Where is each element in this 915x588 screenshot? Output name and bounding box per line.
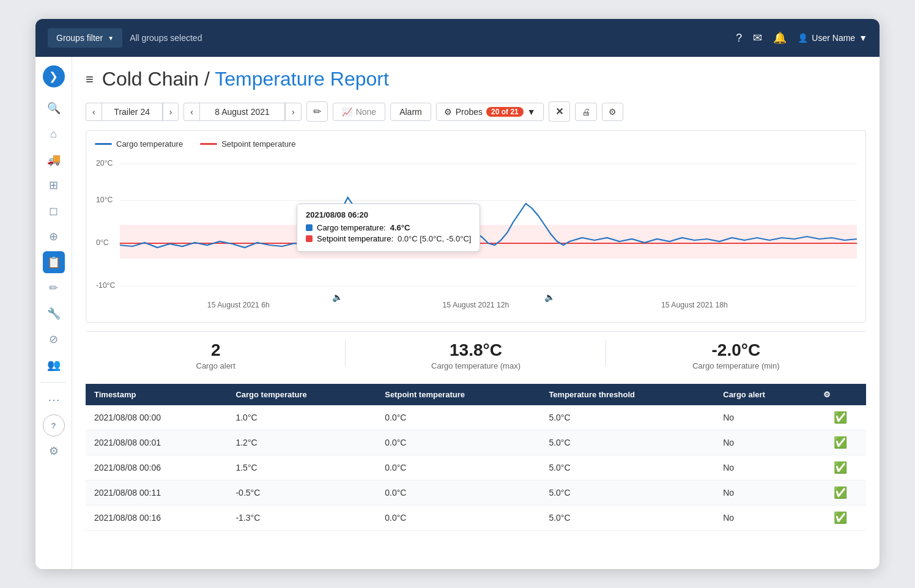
- svg-text:20°C: 20°C: [96, 159, 113, 167]
- cell-alert: No: [714, 505, 814, 531]
- chart-icon: 📈: [342, 107, 352, 117]
- settings-button[interactable]: ⚙: [602, 103, 623, 121]
- cell-check: ✅: [815, 455, 867, 480]
- probes-button[interactable]: ⚙ Probes 20 of 21 ▼: [436, 103, 544, 121]
- sidebar-item-report[interactable]: 📋: [43, 251, 65, 273]
- cell-setpoint: 0.0°C: [376, 480, 540, 505]
- svg-rect-11: [120, 225, 857, 259]
- sidebar-toggle-button[interactable]: ❯: [43, 65, 65, 87]
- print-button[interactable]: 🖨: [575, 103, 597, 121]
- tooltip-setpoint-label: Setpoint temperature:: [317, 234, 393, 243]
- cell-check: ✅: [815, 505, 867, 531]
- legend-cargo-label: Cargo temperature: [116, 139, 183, 149]
- date-next-button[interactable]: ›: [285, 103, 302, 121]
- table-row: 2021/08/08 00:11 -0.5°C 0.0°C 5.0°C No ✅: [86, 480, 866, 505]
- table-row: 2021/08/08 00:00 1.0°C 0.0°C 5.0°C No ✅: [86, 405, 866, 430]
- legend-setpoint-line: [200, 143, 217, 145]
- cell-threshold: 5.0°C: [540, 455, 714, 480]
- cell-threshold: 5.0°C: [540, 430, 714, 455]
- table-header: Timestamp Cargo temperature Setpoint tem…: [86, 384, 866, 405]
- sidebar-item-truck[interactable]: 🚚: [43, 149, 65, 171]
- hamburger-icon[interactable]: ≡: [86, 72, 94, 87]
- sidebar-divider: [41, 382, 66, 383]
- probes-badge: 20 of 21: [486, 107, 524, 117]
- stat-temp-max-label: Cargo temperature (max): [346, 361, 606, 370]
- cell-alert: No: [714, 405, 814, 430]
- trailer-label: Trailer 24: [102, 103, 163, 121]
- groups-filter-button[interactable]: Groups filter ▼: [48, 28, 122, 48]
- stat-temp-max-value: 13.8°C: [346, 340, 606, 360]
- data-table: Timestamp Cargo temperature Setpoint tem…: [86, 384, 866, 531]
- probes-chevron-icon: ▼: [527, 107, 536, 117]
- user-menu[interactable]: 👤 User Name ▼: [798, 33, 867, 43]
- page-title-row: ≡ Cold Chain / Temperature Report: [86, 68, 866, 90]
- chart-svg-wrap[interactable]: 20°C 10°C 0°C -10°C 15 August 2021 6h: [95, 155, 857, 314]
- check-icon: ✅: [834, 411, 847, 424]
- stat-cargo-alert: 2 Cargo alert: [86, 332, 346, 375]
- svg-text:🔈: 🔈: [332, 292, 343, 303]
- chevron-down-icon: ▼: [108, 35, 114, 42]
- groups-filter-label: Groups filter: [56, 33, 103, 43]
- col-cargo-alert: Cargo alert: [714, 384, 814, 405]
- cell-cargo: -0.5°C: [227, 480, 376, 505]
- date-label: 8 August 2021: [199, 103, 285, 121]
- gear-icon: ⚙: [444, 107, 452, 117]
- cell-check: ✅: [815, 405, 867, 430]
- tooltip-cargo-label: Cargo temperature:: [317, 223, 386, 232]
- chart-tooltip: 2021/08/08 06:20 Cargo temperature: 4.6°…: [297, 204, 480, 252]
- stat-cargo-alert-value: 2: [86, 340, 346, 360]
- all-groups-text: All groups selected: [130, 33, 202, 43]
- sidebar-item-map[interactable]: ⊞: [43, 174, 65, 196]
- sidebar-item-globe[interactable]: ⊕: [43, 226, 65, 248]
- cell-check: ✅: [815, 430, 867, 455]
- cell-setpoint: 0.0°C: [376, 405, 540, 430]
- cell-check: ✅: [815, 480, 867, 505]
- none-button[interactable]: 📈 None: [333, 103, 385, 121]
- legend-cargo: Cargo temperature: [95, 139, 183, 149]
- cell-timestamp: 2021/08/08 00:01: [86, 430, 227, 455]
- controls-bar: ‹ Trailer 24 › ‹ 8 August 2021 › ✏ 📈: [86, 101, 866, 122]
- bell-icon[interactable]: 🔔: [773, 31, 787, 45]
- sidebar-item-bookmark[interactable]: ◻: [43, 200, 65, 222]
- check-icon: ✅: [834, 487, 847, 499]
- cell-threshold: 5.0°C: [540, 405, 714, 430]
- cell-timestamp: 2021/08/08 00:11: [86, 480, 227, 505]
- cell-alert: No: [714, 480, 814, 505]
- sidebar: ❯ 🔍 ⌂ 🚚 ⊞ ◻ ⊕ 📋 ✏ 🔧 ⊘ 👥 ⋯ ? ⚙: [35, 57, 72, 569]
- mail-icon[interactable]: ✉: [753, 31, 762, 45]
- sidebar-item-tools[interactable]: 🔧: [43, 303, 65, 325]
- trailer-next-button[interactable]: ›: [163, 103, 179, 121]
- sidebar-item-home[interactable]: ⌂: [43, 123, 65, 145]
- sidebar-item-edit[interactable]: ✏: [43, 277, 65, 299]
- trailer-nav: ‹ Trailer 24 ›: [86, 103, 179, 121]
- sidebar-item-grid[interactable]: ⋯: [43, 389, 65, 411]
- draw-button[interactable]: ✏: [306, 101, 328, 122]
- stat-temp-max: 13.8°C Cargo temperature (max): [346, 332, 606, 375]
- sidebar-item-help[interactable]: ?: [43, 414, 65, 436]
- col-settings[interactable]: ⚙: [815, 384, 867, 405]
- table-row: 2021/08/08 00:06 1.5°C 0.0°C 5.0°C No ✅: [86, 455, 866, 480]
- clear-button[interactable]: ✕: [549, 101, 570, 122]
- username-label: User Name: [812, 33, 855, 43]
- cell-setpoint: 0.0°C: [376, 455, 540, 480]
- sidebar-item-settings[interactable]: ⚙: [43, 440, 65, 462]
- sidebar-item-users[interactable]: 👥: [43, 354, 65, 376]
- none-label: None: [356, 107, 376, 117]
- col-setpoint-temp: Setpoint temperature: [376, 384, 540, 405]
- cell-cargo: 1.0°C: [227, 405, 376, 430]
- svg-text:15 August 2021 6h: 15 August 2021 6h: [207, 301, 270, 309]
- sidebar-item-filter[interactable]: ⊘: [43, 328, 65, 350]
- col-timestamp: Timestamp: [86, 384, 227, 405]
- date-prev-button[interactable]: ‹: [183, 103, 199, 121]
- page-title: Cold Chain / Temperature Report: [102, 68, 389, 90]
- sidebar-item-search[interactable]: 🔍: [43, 97, 65, 119]
- trailer-prev-button[interactable]: ‹: [86, 103, 102, 121]
- svg-text:-10°C: -10°C: [96, 281, 116, 290]
- cell-cargo: -1.3°C: [227, 505, 376, 531]
- cell-cargo: 1.2°C: [227, 430, 376, 455]
- help-icon[interactable]: ?: [736, 32, 742, 45]
- cell-alert: No: [714, 455, 814, 480]
- svg-text:15 August 2021 12h: 15 August 2021 12h: [443, 301, 509, 309]
- alarm-button[interactable]: Alarm: [390, 103, 431, 121]
- svg-text:10°C: 10°C: [96, 196, 113, 204]
